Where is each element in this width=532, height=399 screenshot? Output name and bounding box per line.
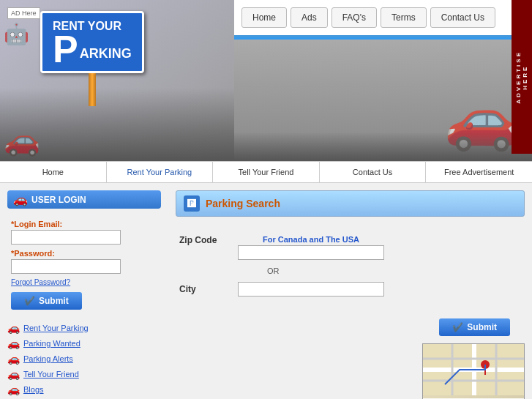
email-input[interactable] — [11, 230, 121, 245]
sidebar-link-blogs[interactable]: 🚗 Blogs — [7, 384, 161, 395]
password-row: *Password: — [11, 249, 157, 274]
map-box[interactable]: Click Here For Map — [422, 343, 525, 399]
ad-here-label: AD Here — [11, 10, 37, 17]
secondary-nav-home[interactable]: Home — [0, 162, 107, 182]
nav-faqs-button[interactable]: FAQ's — [331, 7, 377, 28]
search-submit-button[interactable]: ✔️ Submit — [439, 318, 510, 336]
top-nav: Home Ads FAQ's Terms Contact Us — [234, 0, 532, 37]
sidebar-link-alerts[interactable]: 🚗 Parking Alerts — [7, 353, 161, 365]
password-label: *Password: — [11, 249, 157, 258]
search-icon-box: 🅿 — [184, 195, 200, 212]
user-login-header: 🚗 USER LOGIN — [7, 190, 161, 209]
secondary-nav-rent[interactable]: Rent Your Parking — [107, 162, 214, 182]
alerts-link-label: Parking Alerts — [23, 354, 73, 363]
sidebar-links: 🚗 Rent Your Parking 🚗 Parking Wanted 🚗 P… — [7, 322, 161, 395]
login-submit-button[interactable]: ✔️ Submit — [11, 292, 82, 310]
password-input[interactable] — [11, 259, 121, 274]
nav-terms-button[interactable]: Terms — [381, 7, 427, 28]
secondary-nav: Home Rent Your Parking Tell Your Friend … — [0, 161, 532, 183]
parking-icon: 🅿 — [187, 198, 196, 209]
login-submit-label: Submit — [39, 296, 69, 306]
search-form: Zip Code For Canada and The USA OR City — [176, 228, 525, 311]
parking-search-title: Parking Search — [206, 198, 280, 209]
sidebar-link-tell[interactable]: 🚗 Tell Your Friend — [7, 368, 161, 380]
header-banner-left: AD Here 🤖 RENT YOUR P ARKING 🚗 — [0, 0, 234, 161]
wanted-icon: 🚗 — [7, 338, 20, 349]
or-separator: OR — [238, 266, 521, 276]
user-login-label: USER LOGIN — [31, 195, 86, 205]
secondary-nav-contact[interactable]: Contact Us — [320, 162, 427, 182]
alerts-icon: 🚗 — [7, 353, 20, 365]
zip-code-section: Zip Code For Canada and The USA — [179, 235, 521, 260]
city-row: City — [179, 282, 521, 297]
submit-check-icon: ✔️ — [24, 296, 35, 306]
country-label: For Canada and The USA — [238, 235, 384, 244]
sign-p: P — [53, 33, 78, 65]
sidebar: 🚗 USER LOGIN *Login Email: *Password: Fo… — [0, 183, 168, 399]
secondary-nav-free-ad[interactable]: Free Advertisement — [426, 162, 532, 182]
right-content: 🅿 Parking Search Zip Code For Canada and… — [168, 183, 532, 399]
search-submit-area: ✔️ Submit — [176, 318, 525, 336]
blogs-icon: 🚗 — [7, 384, 20, 395]
wanted-link-label: Parking Wanted — [23, 339, 80, 348]
login-car-icon: 🚗 — [13, 193, 28, 206]
zip-row: Zip Code For Canada and The USA — [179, 235, 521, 260]
tell-link-label: Tell Your Friend — [23, 370, 79, 379]
parking-sign: RENT YOUR P ARKING — [40, 11, 144, 106]
nav-ads-button[interactable]: Ads — [291, 7, 328, 28]
zip-code-label: Zip Code — [179, 235, 238, 245]
search-check-icon: ✔️ — [452, 322, 463, 332]
parking-search-bar: 🅿 Parking Search — [176, 190, 525, 217]
ad-ribbon[interactable]: ADVERTISEHERE — [512, 0, 532, 154]
login-form: *Login Email: *Password: Forgot Password… — [7, 216, 161, 313]
rent-icon: 🚗 — [7, 322, 20, 334]
zip-input-group: For Canada and The USA — [238, 235, 384, 260]
zip-code-input[interactable] — [238, 245, 384, 260]
sidebar-link-rent[interactable]: 🚗 Rent Your Parking — [7, 322, 161, 334]
robot-figure: 🤖 — [4, 22, 29, 46]
city-label: City — [179, 284, 238, 294]
or-label: OR — [267, 266, 280, 275]
tell-icon: 🚗 — [7, 368, 20, 380]
ad-ribbon-text: ADVERTISEHERE — [515, 45, 528, 110]
ad-here-box[interactable]: AD Here — [7, 7, 40, 19]
main-content: 🚗 USER LOGIN *Login Email: *Password: Fo… — [0, 183, 532, 399]
nav-contact-button[interactable]: Contact Us — [430, 7, 495, 28]
forgot-password-link[interactable]: Forgot Password? — [11, 278, 157, 286]
city-input[interactable] — [238, 282, 384, 297]
nav-home-button[interactable]: Home — [241, 7, 287, 28]
sign-arking: ARKING — [80, 46, 132, 65]
map-svg — [423, 344, 525, 395]
blogs-link-label: Blogs — [23, 385, 44, 394]
secondary-nav-tell[interactable]: Tell Your Friend — [213, 162, 320, 182]
header-car-area: 🚗 — [234, 40, 532, 161]
rent-link-label: Rent Your Parking — [23, 324, 89, 332]
sidebar-link-wanted[interactable]: 🚗 Parking Wanted — [7, 338, 161, 349]
email-label: *Login Email: — [11, 220, 157, 228]
email-row: *Login Email: — [11, 220, 157, 245]
map-area: Click Here For Map — [176, 343, 525, 399]
search-submit-label: Submit — [467, 322, 497, 332]
